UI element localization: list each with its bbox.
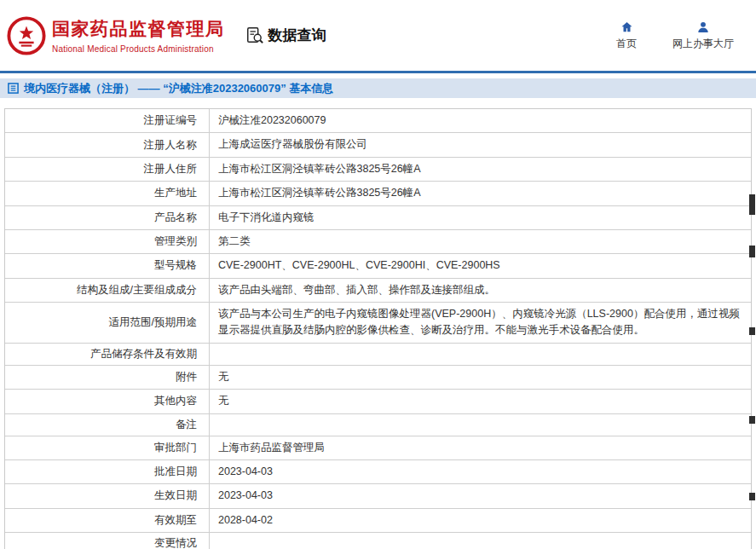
field-value: 上海成运医疗器械股份有限公司: [210, 133, 751, 156]
field-value: 该产品由头端部、弯曲部、插入部、操作部及连接部组成。: [210, 279, 751, 302]
user-icon: [696, 20, 710, 34]
data-query-icon: [245, 26, 264, 45]
field-value: 沪械注准20232060079: [210, 109, 751, 132]
field-label: 产品名称: [5, 206, 210, 229]
nav-online-hall[interactable]: 网上办事大厅: [672, 20, 734, 51]
table-row: 产品储存条件及有效期: [5, 343, 751, 365]
field-value: 电子下消化道内窥镜: [210, 206, 751, 229]
field-value: 无: [210, 390, 751, 413]
field-label: 管理类别: [5, 230, 210, 253]
field-value: [210, 344, 751, 365]
table-row: 注册证编号 沪械注准20232060079: [5, 109, 751, 132]
nav-home-label: 首页: [616, 37, 637, 51]
scrollbar-mark[interactable]: [749, 493, 755, 500]
field-value: 2023-04-03: [210, 484, 751, 507]
field-value: 该产品与本公司生产的电子内窥镜图像处理器(VEP-2900H）、内窥镜冷光源（L…: [210, 303, 751, 343]
field-value: 2028-04-02: [210, 509, 751, 532]
field-label: 其他内容: [5, 390, 210, 413]
table-row: 生产地址 上海市松江区洞泾镇莘砖公路3825号26幢A: [5, 181, 751, 205]
table-row: 有效期至 2028-04-02: [5, 508, 751, 532]
field-label: 批准日期: [5, 460, 210, 483]
table-row: 其他内容 无: [5, 389, 751, 413]
table-row: 变更情况: [5, 532, 751, 549]
table-row: 批准日期 2023-04-03: [5, 459, 751, 483]
field-label: 审批部门: [5, 436, 210, 459]
data-query-tab[interactable]: 数据查询: [245, 26, 326, 45]
org-name-en: National Medical Products Administration: [52, 44, 225, 54]
table-row: 注册人名称 上海成运医疗器械股份有限公司: [5, 132, 751, 156]
table-row: 生效日期 2023-04-03: [5, 483, 751, 507]
field-label: 产品储存条件及有效期: [5, 344, 210, 365]
top-nav: 首页 网上办事大厅: [616, 20, 734, 51]
table-row: 产品名称 电子下消化道内窥镜: [5, 205, 751, 229]
field-value: 上海市松江区洞泾镇莘砖公路3825号26幢A: [210, 182, 751, 205]
field-value: 第二类: [210, 230, 751, 253]
data-query-label: 数据查询: [268, 26, 326, 45]
field-label: 有效期至: [5, 509, 210, 532]
scrollbar-mark[interactable]: [749, 416, 755, 424]
field-label: 注册人住所: [5, 158, 210, 181]
table-row: 适用范围/预期用途 该产品与本公司生产的电子内窥镜图像处理器(VEP-2900H…: [5, 302, 751, 343]
table-row: 审批部门 上海市药品监督管理局: [5, 436, 751, 459]
field-label: 变更情况: [5, 533, 210, 549]
nmpa-emblem-icon: [7, 16, 46, 55]
scrollbar-thumb[interactable]: [749, 194, 755, 215]
table-row: 注册人住所 上海市松江区洞泾镇莘砖公路3825号26幢A: [5, 157, 751, 181]
field-value: CVE-2900HT、CVE-2900HL、CVE-2900HI、CVE-290…: [210, 254, 751, 277]
field-value: 2023-04-03: [210, 460, 751, 483]
site-header: 国家药品监督管理局 National Medical Products Admi…: [0, 0, 756, 73]
field-value: [210, 533, 751, 549]
registry-icon: [8, 83, 19, 94]
field-label: 型号规格: [5, 254, 210, 277]
table-row: 管理类别 第二类: [5, 229, 751, 253]
field-value: 无: [210, 366, 751, 389]
field-value: 上海市药品监督管理局: [210, 436, 751, 459]
info-table: 注册证编号 沪械注准20232060079 注册人名称 上海成运医疗器械股份有限…: [4, 108, 752, 549]
field-label: 备注: [5, 414, 210, 436]
nav-online-hall-label: 网上办事大厅: [672, 37, 734, 51]
logo-block: 国家药品监督管理局 National Medical Products Admi…: [7, 16, 225, 55]
nav-home[interactable]: 首页: [616, 20, 637, 51]
scrollbar-mark[interactable]: [749, 246, 755, 257]
table-row: 型号规格 CVE-2900HT、CVE-2900HL、CVE-2900HI、CV…: [5, 253, 751, 277]
org-names: 国家药品监督管理局 National Medical Products Admi…: [52, 17, 225, 54]
field-value: [210, 414, 751, 436]
scrollbar-mark[interactable]: [749, 327, 755, 335]
field-value: 上海市松江区洞泾镇莘砖公路3825号26幢A: [210, 158, 751, 181]
field-label: 注册人名称: [5, 133, 210, 156]
org-name-cn: 国家药品监督管理局: [52, 17, 225, 41]
field-label: 附件: [5, 366, 210, 389]
breadcrumb: 境内医疗器械（注册） —— “沪械注准20232060079” 基本信息: [0, 78, 756, 98]
field-label: 注册证编号: [5, 109, 210, 132]
field-label: 结构及组成/主要组成成分: [5, 279, 210, 302]
page: 国家药品监督管理局 National Medical Products Admi…: [0, 0, 756, 549]
field-label: 生效日期: [5, 484, 210, 507]
field-label: 生产地址: [5, 182, 210, 205]
home-icon: [620, 20, 634, 34]
table-row: 附件 无: [5, 365, 751, 389]
table-row: 备注: [5, 413, 751, 436]
table-row: 结构及组成/主要组成成分 该产品由头端部、弯曲部、插入部、操作部及连接部组成。: [5, 278, 751, 302]
field-label: 适用范围/预期用途: [5, 303, 210, 343]
breadcrumb-text: 境内医疗器械（注册） —— “沪械注准20232060079” 基本信息: [24, 81, 333, 96]
